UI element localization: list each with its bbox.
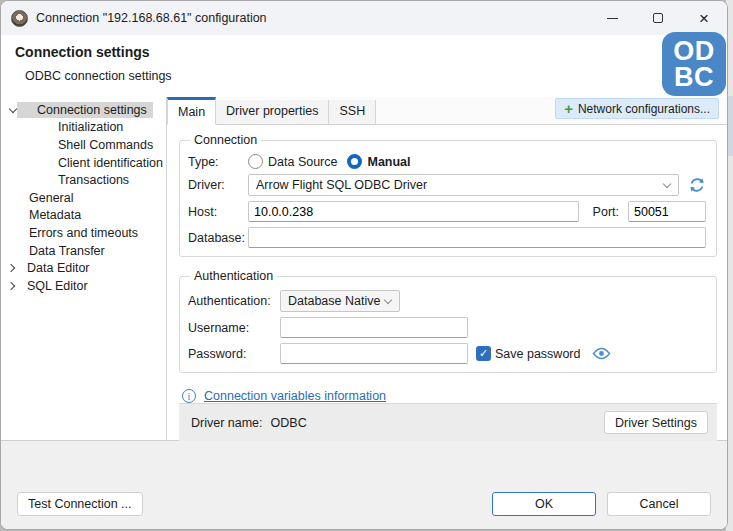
manual-radio[interactable]: [347, 154, 362, 169]
driver-name-label: Driver name:: [191, 416, 263, 430]
minimize-icon: [607, 18, 618, 19]
sidebar-item-label: Data Transfer: [29, 244, 105, 258]
sidebar-item-metadata[interactable]: Metadata: [1, 207, 166, 225]
driver-row: Driver: Arrow Flight SQL ODBC Driver: [188, 174, 706, 196]
connection-configuration-dialog: Connection "192.168.68.61" configuration…: [0, 0, 728, 530]
sidebar-item-transactions[interactable]: Transactions: [1, 171, 166, 189]
data-source-radio-label[interactable]: Data Source: [268, 155, 337, 169]
connection-group: Connection Type: Data Source Manual Driv…: [179, 133, 717, 257]
close-button[interactable]: ×: [681, 1, 727, 35]
sidebar-item-label: SQL Editor: [16, 279, 88, 293]
odbc-logo: OD BC: [662, 32, 726, 96]
driver-label: Driver:: [188, 178, 248, 192]
sidebar-item-data-transfer[interactable]: Data Transfer: [1, 242, 166, 260]
sidebar-item-initialization[interactable]: Initialization: [1, 119, 166, 137]
sidebar-item-sql-editor[interactable]: SQL Editor: [1, 277, 166, 295]
main-tab-content: Connection Type: Data Source Manual Driv…: [167, 125, 727, 440]
chevron-right-icon[interactable]: [8, 282, 16, 290]
close-icon: ×: [699, 10, 709, 27]
sidebar-item-connection-settings[interactable]: Connection settings: [1, 101, 166, 119]
database-input[interactable]: [248, 227, 706, 248]
database-label: Database:: [188, 231, 248, 245]
odbc-logo-line1: OD: [673, 38, 715, 64]
test-connection-button[interactable]: Test Connection ...: [17, 492, 143, 516]
username-input[interactable]: [280, 317, 468, 338]
driver-settings-button[interactable]: Driver Settings: [604, 411, 708, 434]
sidebar-item-general[interactable]: General: [1, 189, 166, 207]
sidebar-item-label: Connection settings: [17, 102, 153, 118]
refresh-drivers-icon[interactable]: [688, 176, 706, 194]
username-row: Username:: [188, 317, 706, 338]
password-input[interactable]: [280, 343, 468, 364]
authentication-row: Authentication: Database Native: [188, 290, 706, 312]
ok-button[interactable]: OK: [492, 492, 596, 516]
connection-group-legend: Connection: [190, 133, 261, 147]
tab-ssh[interactable]: SSH: [329, 100, 376, 124]
sidebar-item-label: Errors and timeouts: [29, 226, 138, 240]
dialog-body: Connection settings Initialization Shell…: [1, 97, 727, 441]
sidebar-item-label: General: [29, 191, 73, 205]
chevron-down-icon: [663, 181, 671, 189]
sidebar-item-label: Client identification: [58, 156, 163, 170]
sidebar-item-label: Data Editor: [16, 261, 90, 275]
sidebar-item-data-editor[interactable]: Data Editor: [1, 259, 166, 277]
tab-bar: Main Driver properties SSH + Network con…: [167, 97, 727, 125]
authentication-dropdown-value: Database Native: [288, 294, 380, 308]
dbeaver-app-icon: [11, 10, 28, 27]
driver-dropdown-value: Arrow Flight SQL ODBC Driver: [256, 178, 427, 192]
driver-dropdown[interactable]: Arrow Flight SQL ODBC Driver: [248, 174, 679, 196]
tab-main[interactable]: Main: [167, 97, 216, 125]
chevron-down-icon[interactable]: [9, 106, 17, 114]
sidebar-item-shell-commands[interactable]: Shell Commands: [1, 136, 166, 154]
sidebar-item-client-identification[interactable]: Client identification: [1, 154, 166, 172]
footer-action-buttons: OK Cancel: [492, 492, 711, 516]
title-bar: Connection "192.168.68.61" configuration…: [1, 1, 727, 35]
maximize-button[interactable]: [635, 1, 681, 35]
sidebar-item-errors-and-timeouts[interactable]: Errors and timeouts: [1, 224, 166, 242]
network-configurations-label: Network configurations...: [578, 102, 710, 116]
connection-variables-row: i Connection variables information: [182, 389, 717, 403]
checkmark-icon: ✓: [479, 347, 488, 360]
port-input[interactable]: [628, 201, 706, 222]
driver-name-bar: Driver name: ODBC Driver Settings: [179, 403, 717, 441]
host-input[interactable]: [248, 201, 579, 222]
window-title: Connection "192.168.68.61" configuration: [36, 11, 267, 25]
maximize-icon: [653, 13, 663, 23]
type-row: Type: Data Source Manual: [188, 154, 706, 169]
sidebar-item-label: Shell Commands: [58, 138, 153, 152]
type-label: Type:: [188, 155, 248, 169]
sidebar-item-label: Transactions: [58, 173, 129, 187]
odbc-logo-line2: BC: [674, 64, 714, 90]
cancel-button[interactable]: Cancel: [607, 492, 711, 516]
settings-tree: Connection settings Initialization Shell…: [1, 97, 167, 440]
info-icon: i: [182, 389, 196, 403]
authentication-group-legend: Authentication: [190, 269, 277, 283]
window-controls: ×: [589, 1, 727, 35]
network-configurations-button[interactable]: + Network configurations...: [555, 98, 719, 119]
show-password-eye-icon[interactable]: [592, 347, 611, 360]
driver-name-value: ODBC: [271, 416, 307, 430]
tab-driver-properties[interactable]: Driver properties: [216, 100, 329, 124]
data-source-radio[interactable]: [248, 154, 263, 169]
page-title: Connection settings: [15, 44, 150, 60]
sidebar-item-label: Initialization: [58, 120, 123, 134]
authentication-group: Authentication Authentication: Database …: [179, 269, 717, 373]
password-label: Password:: [188, 347, 280, 361]
dialog-footer: Test Connection ... OK Cancel: [1, 441, 727, 529]
chevron-right-icon[interactable]: [8, 264, 16, 272]
save-password-label[interactable]: Save password: [495, 347, 580, 361]
manual-radio-label[interactable]: Manual: [367, 155, 410, 169]
authentication-label: Authentication:: [188, 294, 280, 308]
connection-variables-link[interactable]: Connection variables information: [204, 389, 386, 403]
minimize-button[interactable]: [589, 1, 635, 35]
authentication-dropdown[interactable]: Database Native: [280, 290, 400, 312]
save-password-checkbox[interactable]: ✓: [476, 346, 491, 361]
chevron-down-icon: [384, 297, 392, 305]
main-panel: Main Driver properties SSH + Network con…: [167, 97, 727, 440]
host-row: Host: Port:: [188, 201, 706, 222]
host-label: Host:: [188, 205, 248, 219]
port-label: Port:: [593, 205, 619, 219]
username-label: Username:: [188, 321, 280, 335]
database-row: Database:: [188, 227, 706, 248]
page-subtitle: ODBC connection settings: [25, 69, 172, 83]
